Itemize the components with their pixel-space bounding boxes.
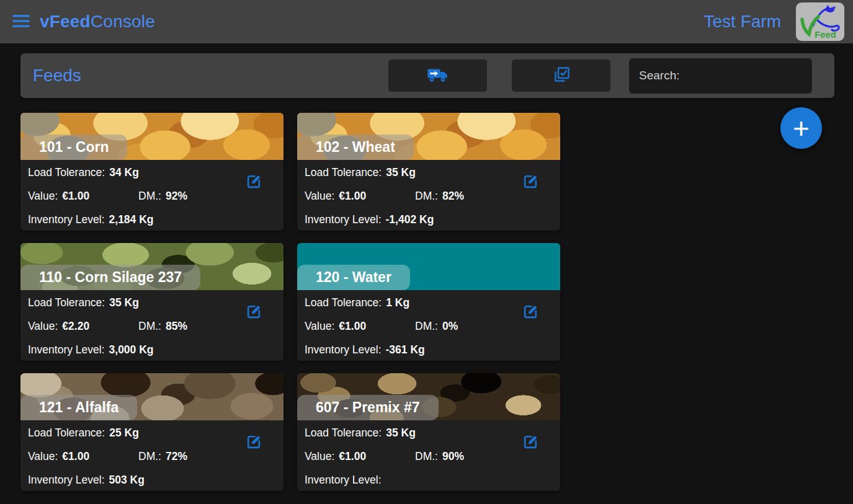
value-label: Value:	[28, 450, 58, 463]
inventory-value: 503 Kg	[109, 474, 145, 487]
value-value: €1.00	[339, 320, 366, 333]
load-tolerance-value: 34 Kg	[109, 166, 139, 179]
inventory-row: Inventory Level: 2,184 Kg	[28, 208, 284, 231]
add-feed-button[interactable]: +	[780, 107, 822, 149]
dm-value: 85%	[166, 320, 187, 333]
dm-value: 72%	[166, 450, 187, 463]
feed-card: 121 - Alfalfa Load Tolerance: 25 Kg Valu…	[20, 373, 284, 491]
edit-square-icon	[522, 303, 539, 322]
edit-feed-button[interactable]	[243, 301, 265, 324]
feed-card: 120 - Water Load Tolerance: 1 Kg Value: …	[297, 243, 560, 361]
load-tolerance-label: Load Tolerance:	[305, 166, 382, 179]
plus-icon: +	[793, 112, 810, 144]
dm-label: DM.:	[415, 320, 438, 333]
inventory-row: Inventory Level:	[305, 468, 560, 491]
load-tolerance-label: Load Tolerance:	[305, 296, 382, 309]
app-title-light: Console	[91, 12, 155, 31]
value-pair: Value: €1.00	[305, 450, 415, 463]
inventory-value: -1,402 Kg	[386, 213, 434, 226]
value-pair: Value: €2.20	[28, 320, 138, 333]
inventory-label: Inventory Level:	[305, 343, 382, 356]
edit-square-icon	[245, 173, 262, 192]
feed-title-chip: 102 - Wheat	[297, 135, 414, 160]
inventory-label: Inventory Level:	[28, 474, 105, 487]
load-tolerance-value: 1 Kg	[386, 296, 409, 309]
inventory-row: Inventory Level: -1,402 Kg	[305, 208, 560, 231]
search-input[interactable]	[684, 69, 802, 82]
menu-button[interactable]	[12, 14, 30, 30]
batch-check-button[interactable]	[512, 60, 610, 92]
feed-card: 101 - Corn Load Tolerance: 34 Kg Value: …	[20, 113, 284, 231]
value-pair: Value: €1.00	[28, 450, 138, 463]
hamburger-icon	[12, 14, 30, 30]
app-bar: vFeedConsole Test Farm Feed	[0, 0, 853, 43]
app-title: vFeedConsole	[40, 12, 155, 32]
feed-image: 121 - Alfalfa	[20, 373, 284, 420]
load-truck-button[interactable]	[388, 60, 487, 92]
inventory-label: Inventory Level:	[28, 343, 105, 356]
edit-square-icon	[522, 433, 539, 453]
feed-image: 101 - Corn	[20, 113, 284, 160]
feed-image: 120 - Water	[297, 243, 560, 290]
inventory-value: 3,000 Kg	[109, 343, 154, 356]
feed-title-chip: 607 - Premix #7	[297, 395, 439, 420]
value-label: Value:	[305, 450, 334, 463]
dm-pair: DM.: 92%	[138, 190, 187, 203]
feed-image: 102 - Wheat	[297, 113, 560, 160]
dm-pair: DM.: 72%	[138, 450, 187, 463]
value-label: Value:	[28, 190, 58, 203]
inventory-label: Inventory Level:	[305, 213, 382, 226]
load-tolerance-value: 25 Kg	[109, 427, 139, 440]
inventory-value: -361 Kg	[386, 343, 425, 356]
value-value: €2.20	[62, 320, 89, 333]
dm-pair: DM.: 82%	[415, 190, 464, 203]
feed-card: 607 - Premix #7 Load Tolerance: 35 Kg Va…	[297, 373, 560, 491]
edit-feed-button[interactable]	[519, 431, 542, 454]
search-label: Search:	[639, 69, 679, 82]
feed-title: 101 - Corn	[39, 139, 109, 155]
feed-title-chip: 121 - Alfalfa	[20, 395, 137, 420]
value-value: €1.00	[62, 190, 89, 203]
value-label: Value:	[28, 320, 58, 333]
dm-label: DM.:	[415, 190, 438, 203]
edit-feed-button[interactable]	[243, 171, 265, 193]
search-box: Search:	[629, 58, 812, 94]
dm-value: 82%	[442, 190, 464, 203]
value-label: Value:	[305, 320, 334, 333]
load-tolerance-value: 35 Kg	[109, 296, 139, 309]
dm-value: 90%	[442, 450, 464, 463]
dm-label: DM.:	[138, 450, 161, 463]
load-tolerance-label: Load Tolerance:	[305, 427, 382, 440]
app-title-bold: vFeed	[40, 12, 91, 31]
feed-title-chip: 120 - Water	[297, 265, 410, 290]
feed-card: 110 - Corn Silage 237 Load Tolerance: 35…	[20, 243, 284, 361]
delivery-truck-icon	[427, 68, 449, 84]
inventory-label: Inventory Level:	[28, 213, 105, 226]
edit-feed-button[interactable]	[519, 171, 542, 193]
feed-card-grid: 101 - Corn Load Tolerance: 34 Kg Value: …	[20, 113, 575, 491]
value-label: Value:	[305, 190, 334, 203]
dm-value: 92%	[166, 190, 187, 203]
load-tolerance-value: 35 Kg	[386, 427, 416, 440]
dm-value: 0%	[442, 320, 458, 333]
svg-text:Feed: Feed	[815, 29, 836, 40]
dm-pair: DM.: 90%	[415, 450, 464, 463]
edit-feed-button[interactable]	[519, 301, 542, 324]
edit-square-icon	[245, 303, 262, 322]
load-tolerance-label: Load Tolerance:	[28, 427, 105, 440]
feed-image: 607 - Premix #7	[297, 373, 560, 420]
feed-title: 102 - Wheat	[316, 139, 395, 155]
inventory-row: Inventory Level: 503 Kg	[28, 468, 284, 491]
value-pair: Value: €1.00	[305, 320, 415, 333]
feed-title: 121 - Alfalfa	[39, 399, 118, 415]
feed-title-chip: 110 - Corn Silage 237	[20, 265, 200, 290]
edit-square-icon	[522, 173, 539, 192]
inventory-row: Inventory Level: -361 Kg	[305, 338, 560, 361]
load-tolerance-value: 35 Kg	[386, 166, 416, 179]
feed-card: 102 - Wheat Load Tolerance: 35 Kg Value:…	[297, 113, 560, 231]
feed-image: 110 - Corn Silage 237	[20, 243, 284, 290]
load-tolerance-label: Load Tolerance:	[28, 166, 105, 179]
edit-feed-button[interactable]	[243, 431, 265, 454]
inventory-row: Inventory Level: 3,000 Kg	[28, 338, 284, 361]
inventory-label: Inventory Level:	[305, 474, 382, 487]
